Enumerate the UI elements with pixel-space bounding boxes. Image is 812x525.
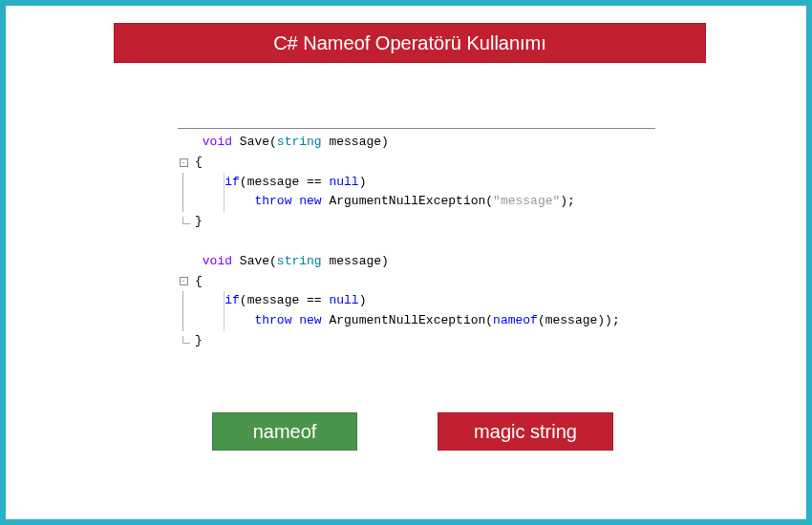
nameof-badge-label: nameof xyxy=(253,421,317,443)
page-title: C# Nameof Operatörü Kullanımı xyxy=(273,32,546,54)
code-line: -{ xyxy=(178,272,655,292)
code-line: if(message == null) xyxy=(178,173,655,193)
code-line: } xyxy=(178,331,655,351)
magic-string-badge-label: magic string xyxy=(474,421,577,443)
fold-minus-icon: - xyxy=(180,158,188,167)
code-line: void Save(string message) xyxy=(178,133,655,153)
page-title-banner: C# Nameof Operatörü Kullanımı xyxy=(114,23,706,63)
code-example-block: void Save(string message) -{ if(message … xyxy=(178,128,655,367)
code-line: void Save(string message) xyxy=(178,252,655,272)
nameof-badge: nameof xyxy=(212,412,357,451)
code-line: throw new ArgumentNullException("message… xyxy=(178,192,655,212)
code-line: if(message == null) xyxy=(178,291,655,311)
fold-minus-icon: - xyxy=(180,277,188,285)
code-line: throw new ArgumentNullException(nameof(m… xyxy=(178,311,655,331)
magic-string-badge: magic string xyxy=(438,412,613,451)
code-blank-line xyxy=(178,232,655,252)
code-line: -{ xyxy=(178,153,655,173)
code-line: } xyxy=(178,212,655,232)
code-content: void Save(string message) -{ if(message … xyxy=(178,129,655,367)
